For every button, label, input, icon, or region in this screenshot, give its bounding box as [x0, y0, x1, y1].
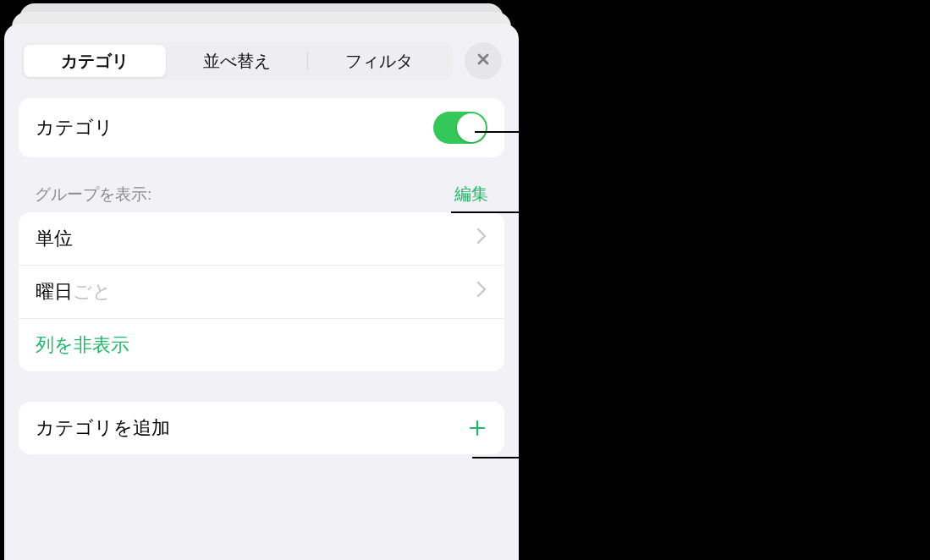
hide-column-label: 列を非表示 — [36, 332, 129, 358]
group-row-dow[interactable]: 曜日ごと — [19, 266, 504, 319]
category-toggle-section: カテゴリ — [19, 98, 504, 157]
group-section-header: グループを表示: 編集 — [35, 183, 488, 206]
callout-edit: カテゴリを削除または並べ替えるには、「編集」をタップします。 — [542, 199, 914, 254]
view-tabs: カテゴリ 並べ替え フィルタ — [21, 42, 453, 80]
tab-sort[interactable]: 並べ替え — [166, 45, 308, 77]
chevron-right-icon — [476, 227, 487, 250]
chevron-right-icon — [476, 280, 487, 304]
callout-add: カテゴリまたはサブカテゴリを追加するには、「カテゴリを追加」をタップしてソース列… — [542, 444, 914, 527]
category-toggle[interactable] — [433, 112, 487, 144]
add-category-label: カテゴリを追加 — [36, 415, 170, 441]
hide-column-row[interactable]: 列を非表示 — [19, 319, 504, 371]
close-button[interactable] — [465, 42, 502, 80]
category-panel: カテゴリ 並べ替え フィルタ カテゴリ グループを表示: — [4, 24, 519, 560]
group-row-dow-label: 曜日ごと — [36, 279, 112, 305]
group-header-label: グループを表示: — [35, 184, 151, 206]
group-list-section: 単位 曜日ごと 列を非表示 — [19, 212, 504, 371]
category-toggle-label: カテゴリ — [36, 115, 113, 140]
group-row-unit[interactable]: 単位 — [19, 212, 504, 266]
add-category-section: カテゴリを追加 — [19, 402, 504, 454]
plus-icon — [467, 418, 487, 438]
tab-filter[interactable]: フィルタ — [308, 45, 450, 77]
group-row-unit-label: 単位 — [36, 226, 73, 251]
tab-category[interactable]: カテゴリ — [24, 45, 166, 77]
edit-link[interactable]: 編集 — [454, 183, 488, 206]
callout-toggle: カテゴリのオン/オフを切り替えます。 — [542, 118, 861, 146]
toggle-knob — [457, 113, 486, 142]
category-toggle-row[interactable]: カテゴリ — [19, 98, 504, 157]
add-category-row[interactable]: カテゴリを追加 — [19, 402, 504, 454]
close-icon — [475, 51, 492, 71]
